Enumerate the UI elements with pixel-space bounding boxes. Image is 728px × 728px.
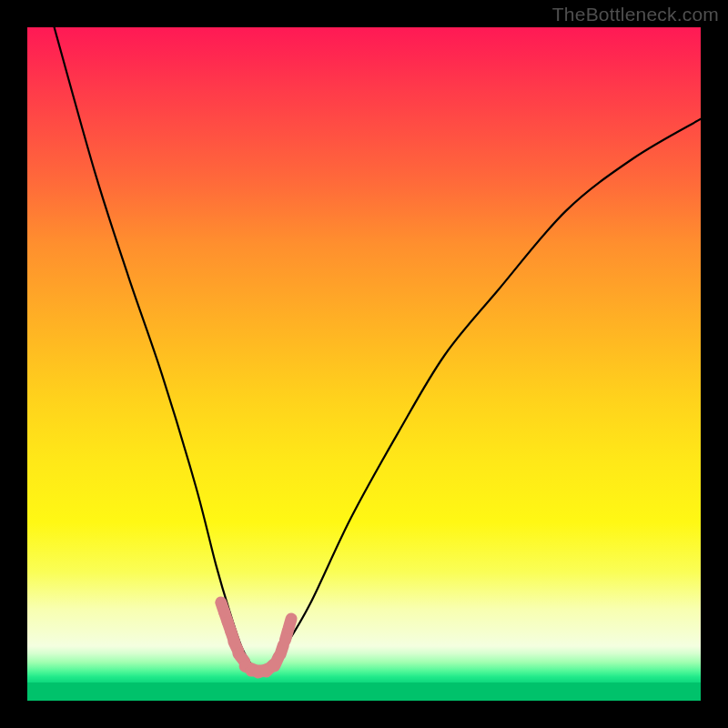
- curve-layer: [27, 27, 701, 701]
- watermark-text: TheBottleneck.com: [552, 4, 719, 25]
- minimum-markers: [214, 595, 299, 681]
- chart-frame: TheBottleneck.com: [0, 0, 728, 728]
- plot-area: [27, 27, 701, 701]
- bottleneck-curve: [55, 27, 701, 672]
